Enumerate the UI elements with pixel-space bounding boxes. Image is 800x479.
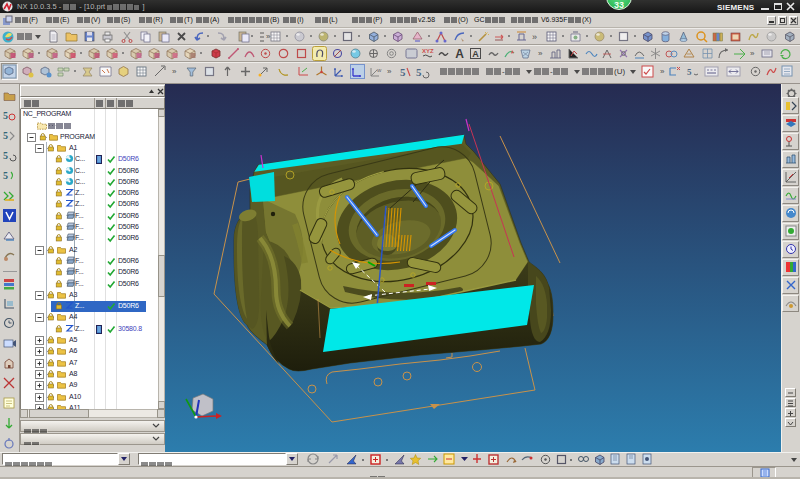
svg-text:»: » <box>172 67 177 76</box>
svg-text:5: 5 <box>687 67 692 77</box>
svg-text:»: » <box>538 49 543 58</box>
svg-text:XYZ: XYZ <box>422 48 434 54</box>
svg-text:»: » <box>660 67 665 76</box>
svg-text:5: 5 <box>3 130 8 141</box>
svg-text:»: » <box>532 32 537 42</box>
svg-text:5: 5 <box>400 66 406 78</box>
svg-text:A: A <box>455 47 464 61</box>
svg-text:A: A <box>472 49 479 59</box>
svg-text:w: w <box>376 67 382 73</box>
svg-text:5: 5 <box>3 110 8 121</box>
svg-text:5: 5 <box>3 150 8 161</box>
svg-text:»: » <box>750 49 755 58</box>
svg-text:5: 5 <box>3 170 8 181</box>
svg-text:»: » <box>387 67 392 76</box>
svg-text:5: 5 <box>416 66 422 78</box>
